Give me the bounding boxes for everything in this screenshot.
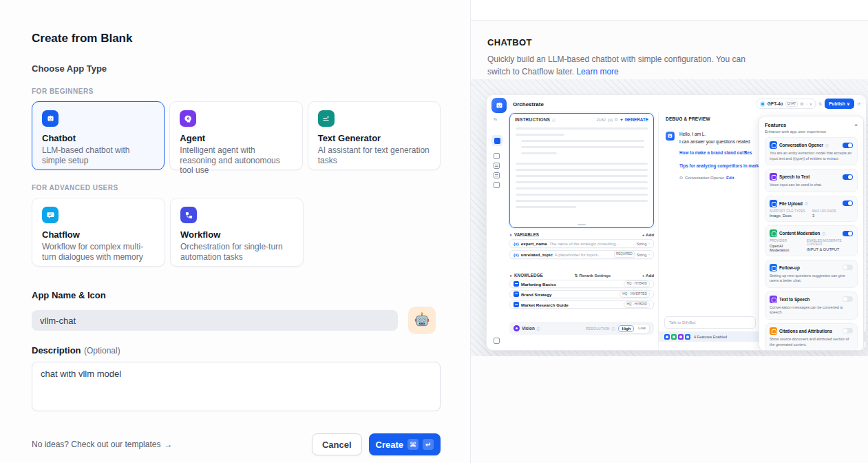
sidebar-item-icon[interactable] bbox=[494, 163, 500, 169]
bot-greeting-line2: I can answer your questions related bbox=[679, 139, 750, 144]
suggestion-link[interactable]: How to make a brand stand out? bbox=[679, 150, 746, 155]
chevron-down-icon: ∨ bbox=[809, 101, 812, 106]
resize-handle[interactable] bbox=[578, 224, 586, 225]
knowledge-row[interactable]: Market Research Guide HQ · HYBRID bbox=[509, 300, 654, 309]
text-generator-icon bbox=[318, 110, 335, 127]
app-type-card-chatflow[interactable]: Chatflow Workflow for complex multi-turn… bbox=[32, 198, 165, 267]
rerank-icon: ⇅ bbox=[574, 273, 578, 278]
skeleton-line bbox=[516, 194, 648, 196]
variable-row[interactable]: {x} expert_name The name of the strategi… bbox=[509, 239, 654, 248]
toggle-on[interactable] bbox=[843, 174, 853, 180]
info-icon: ⓘ bbox=[822, 232, 825, 236]
feature-mini-icon bbox=[685, 334, 690, 340]
suggestion-link[interactable]: Tips for analyzing competitors in market bbox=[679, 163, 763, 168]
model-mode-badge: CHAT bbox=[785, 101, 798, 107]
skeleton-line bbox=[516, 169, 648, 171]
model-param-icon: ◦ bbox=[806, 102, 807, 106]
arrow-right-icon: → bbox=[164, 440, 172, 449]
knowledge-row[interactable]: Marketing Basics HQ · HYBRID bbox=[509, 280, 654, 288]
chevron-down-icon: ∨ bbox=[847, 101, 850, 107]
skeleton-line bbox=[516, 134, 564, 136]
dataset-icon bbox=[514, 302, 519, 307]
app-type-card-text-generator[interactable]: Text Generator AI assistant for text gen… bbox=[308, 101, 441, 170]
bot-greeting-line1: Hello, I am L. bbox=[679, 132, 706, 136]
citation-icon bbox=[770, 327, 777, 335]
instructions-skeleton bbox=[510, 124, 653, 208]
create-button[interactable]: Create ⌘ ↵ bbox=[369, 433, 441, 455]
vision-setting-bar: Vision ⓘ RESOLUTION ⓘ High Low bbox=[509, 322, 654, 335]
feature-card-citations: Citations and Attributions Show source d… bbox=[765, 323, 858, 351]
feature-mini-icon bbox=[678, 334, 684, 340]
toggle-off[interactable] bbox=[843, 328, 853, 333]
debug-preview-label: DEBUG & PREVIEW bbox=[666, 116, 710, 121]
model-selector[interactable]: GPT-4o CHAT ⚙ ◦ ∨ bbox=[756, 99, 816, 109]
app-type-card-agent[interactable]: Agent Intelligent agent with reasoning a… bbox=[169, 101, 302, 170]
app-type-card-chatbot[interactable]: Chatbot LLM-based chatbot with simple se… bbox=[32, 101, 165, 170]
toggle-on[interactable] bbox=[843, 143, 853, 148]
info-icon: ⓘ bbox=[612, 327, 615, 331]
preview-sidebar: ⇆ bbox=[487, 113, 507, 350]
instructions-label: INSTRUCTIONS bbox=[515, 117, 550, 122]
learn-more-link[interactable]: Learn more bbox=[576, 67, 618, 76]
add-variable-button[interactable]: + Add bbox=[642, 232, 654, 237]
feature-card-conversation-opener: Conversation Opener ⓘ You are an entity … bbox=[765, 137, 858, 165]
templates-link[interactable]: No ideas? Check out our templates → bbox=[32, 440, 172, 449]
retrieval-badge: HQ · HYBRID bbox=[624, 301, 650, 308]
suggestion-link[interactable]: Bes bbox=[744, 150, 752, 155]
app-icon-picker[interactable] bbox=[408, 307, 436, 334]
knowledge-row[interactable]: Brand Strategy HQ · INVERTED bbox=[509, 290, 654, 298]
preview-app-icon bbox=[491, 98, 507, 113]
app-type-preview-panel: CHATBOT Quickly build an LLM-based chatb… bbox=[470, 0, 868, 463]
feature-card-content-moderation: Content Moderation ⓘ PROVIDER OpenAI Mod… bbox=[765, 225, 858, 256]
skeleton-line bbox=[516, 187, 648, 189]
conversation-opener-icon bbox=[770, 141, 777, 149]
features-panel: Features × Enhance web app user experien… bbox=[759, 116, 864, 351]
edit-opener-link[interactable]: Edit bbox=[726, 176, 734, 180]
chevron-down-icon[interactable]: ∨ bbox=[509, 233, 512, 237]
description-textarea[interactable]: chat with vllm model bbox=[32, 362, 441, 411]
resolution-high-option[interactable]: High bbox=[618, 325, 634, 332]
app-type-card-workflow[interactable]: Workflow Orchestration for single-turn a… bbox=[170, 198, 304, 267]
collapse-sidebar-icon[interactable]: ⇆ bbox=[494, 116, 497, 121]
copy-icon[interactable]: ⧉ bbox=[615, 117, 617, 122]
sidebar-item-icon[interactable] bbox=[494, 182, 500, 188]
resolution-low-option[interactable]: Low bbox=[635, 325, 648, 332]
publish-button[interactable]: Publish ∨ bbox=[825, 99, 854, 109]
toggle-off[interactable] bbox=[843, 265, 853, 270]
app-name-label: App Name & Icon bbox=[32, 290, 441, 300]
retrieval-badge: HQ · INVERTED bbox=[620, 291, 650, 298]
orchestrate-preview-screenshot: Orchestrate GPT-4o CHAT ⚙ ◦ ∨ ⇅ Publish … bbox=[486, 94, 867, 351]
page-title: Create from Blank bbox=[32, 32, 441, 45]
variable-row[interactable]: {x} unrelated_topic A placeholder for to… bbox=[509, 250, 654, 259]
conversation-opener-row: ⊙ Conversation Opener Edit bbox=[679, 175, 734, 180]
card-title: Text Generator bbox=[318, 133, 430, 143]
variable-insert-icon[interactable]: {x} bbox=[608, 118, 613, 122]
sidebar-item-orchestrate[interactable] bbox=[491, 135, 502, 146]
rerank-toggle-icon[interactable]: ⇅ bbox=[818, 101, 822, 106]
close-icon[interactable]: × bbox=[854, 122, 858, 128]
cancel-button[interactable]: Cancel bbox=[312, 433, 362, 455]
feature-mini-icon bbox=[664, 334, 670, 340]
app-name-input[interactable] bbox=[32, 310, 398, 331]
workflow-icon bbox=[180, 207, 197, 223]
sidebar-item-icon[interactable] bbox=[494, 172, 500, 178]
generate-button[interactable]: ✦ GENERATE bbox=[620, 117, 648, 122]
history-icon[interactable]: ↺ bbox=[857, 101, 860, 106]
feature-mini-icon bbox=[671, 334, 677, 340]
sidebar-item-icon[interactable] bbox=[494, 153, 500, 159]
sidebar-bottom-icon[interactable] bbox=[494, 338, 500, 344]
rerank-settings-button[interactable]: ⇅ Rerank Settings bbox=[574, 273, 611, 278]
add-knowledge-button[interactable]: + Add bbox=[642, 273, 654, 278]
feature-card-speech-to-text: Speech to Text Voice input can be used i… bbox=[765, 169, 858, 192]
toggle-on[interactable] bbox=[843, 200, 853, 206]
orchestrate-title: Orchestrate bbox=[513, 101, 544, 107]
enter-key-icon: ↵ bbox=[423, 439, 434, 450]
cmd-key-icon: ⌘ bbox=[407, 439, 419, 450]
toggle-off[interactable] bbox=[843, 296, 853, 302]
toggle-on[interactable] bbox=[843, 231, 853, 236]
chat-input[interactable]: Talk to DifyBot bbox=[664, 316, 756, 329]
skeleton-line bbox=[516, 163, 648, 165]
skeleton-line bbox=[516, 200, 648, 202]
chevron-down-icon[interactable]: ∨ bbox=[509, 274, 512, 278]
info-icon: ⓘ bbox=[552, 118, 555, 122]
